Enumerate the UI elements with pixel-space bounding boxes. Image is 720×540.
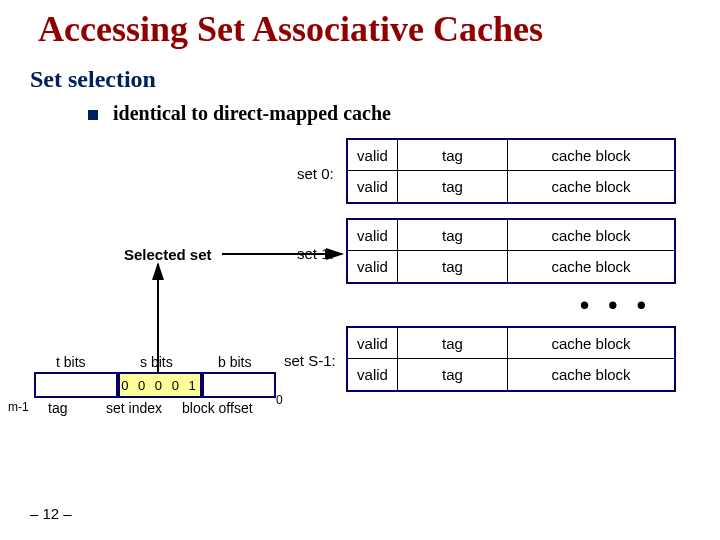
slide-number: – 12 – xyxy=(30,505,72,522)
addr-blockoffset-field xyxy=(202,372,276,398)
addr-tag-field xyxy=(34,372,118,398)
s-bits-label: s bits xyxy=(140,354,173,370)
addr-setindex-field: 0 0 0 0 1 xyxy=(118,372,202,398)
msb-label: m-1 xyxy=(8,400,29,414)
t-bits-label: t bits xyxy=(56,354,86,370)
lsb-label: 0 xyxy=(276,393,283,407)
set-index-bits: 0 0 0 0 1 xyxy=(121,378,199,393)
tag-field-label: tag xyxy=(48,400,67,416)
b-bits-label: b bits xyxy=(218,354,251,370)
setindex-field-label: set index xyxy=(106,400,162,416)
selected-arrow xyxy=(0,0,720,540)
blockoffset-field-label: block offset xyxy=(182,400,253,416)
